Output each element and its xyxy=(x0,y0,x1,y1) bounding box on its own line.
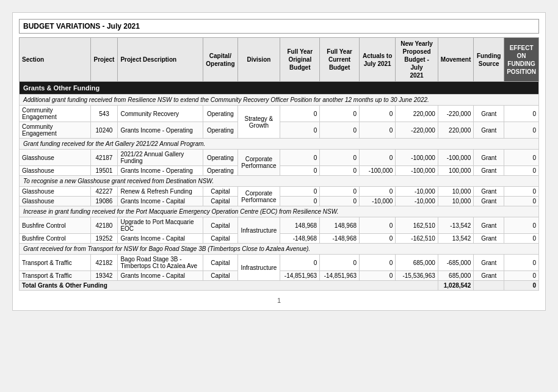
table-cell: 0 xyxy=(280,122,320,139)
table-cell: -162,510 xyxy=(396,234,438,244)
table-cell: Capital xyxy=(203,271,237,281)
group-description: To recognise a new Glasshouse grant rece… xyxy=(20,176,539,187)
table-cell: Upgrade to Port Macquarie EOC xyxy=(118,217,203,234)
table-cell: Grant xyxy=(474,166,504,176)
total-effect: 0 xyxy=(504,281,539,291)
table-cell: 0 xyxy=(504,122,539,139)
table-cell: 0 xyxy=(280,166,320,176)
table-cell: Transport & Traffic xyxy=(20,255,91,271)
table-cell: Operating xyxy=(203,150,237,166)
total-funding xyxy=(474,281,504,291)
table-cell: 0 xyxy=(320,122,360,139)
table-cell: Grant xyxy=(474,234,504,244)
table-cell: Glasshouse xyxy=(20,197,91,206)
table-cell: Grants Income - Capital xyxy=(118,271,203,281)
table-cell: Capital xyxy=(203,255,237,271)
table-cell: 2021/22 Annual Gallery Funding xyxy=(118,150,203,166)
table-cell: 42187 xyxy=(90,150,118,166)
table-cell: Grants Income - Operating xyxy=(118,166,203,176)
table-cell: 0 xyxy=(504,234,539,244)
table-cell: 0 xyxy=(504,106,539,122)
table-cell: 10240 xyxy=(90,122,118,139)
table-cell: 148,968 xyxy=(280,217,320,234)
table-cell: 0 xyxy=(280,197,320,206)
table-cell: 0 xyxy=(280,187,320,197)
table-cell: Grant xyxy=(474,187,504,197)
table-cell: 0 xyxy=(360,122,396,139)
table-cell: Bushfire Control xyxy=(20,234,91,244)
total-row: Total Grants & Other Funding1,028,5420 xyxy=(20,281,539,291)
table-cell: -14,851,963 xyxy=(320,271,360,281)
table-cell: -100,000 xyxy=(396,150,438,166)
table-cell: 42227 xyxy=(90,187,118,197)
table-cell: 42182 xyxy=(90,255,118,271)
table-cell: Transport & Traffic xyxy=(20,271,91,281)
col-effect: EFFECTONFUNDINGPOSITION xyxy=(504,38,539,82)
table-cell: -148,968 xyxy=(280,234,320,244)
table-cell: -685,000 xyxy=(438,255,473,271)
table-cell: 685,000 xyxy=(396,255,438,271)
table-cell: 0 xyxy=(360,271,396,281)
table-cell: 100,000 xyxy=(438,166,473,176)
table-cell: 0 xyxy=(360,106,396,122)
table-cell: 10,000 xyxy=(438,197,473,206)
table-row: Glasshouse42227Renew & Refresh FundingCa… xyxy=(20,187,539,197)
table-cell: 19252 xyxy=(90,234,118,244)
col-description: Project Description xyxy=(118,38,203,82)
col-actuals: Actuals toJuly 2021 xyxy=(360,38,396,82)
total-movement: 1,028,542 xyxy=(438,281,473,291)
table-cell: -10,000 xyxy=(396,187,438,197)
table-cell: 685,000 xyxy=(438,271,473,281)
table-cell: 0 xyxy=(504,197,539,206)
table-cell: -10,000 xyxy=(396,197,438,206)
table-cell: Grant xyxy=(474,106,504,122)
table-cell: -14,851,963 xyxy=(280,271,320,281)
col-section: Section xyxy=(20,38,91,82)
table-cell: 0 xyxy=(504,166,539,176)
col-funding-source: FundingSource xyxy=(474,38,504,82)
table-cell: Bushfire Control xyxy=(20,217,91,234)
table-cell: Community Engagement xyxy=(20,122,91,139)
table-cell: 0 xyxy=(280,106,320,122)
table-cell: Capital xyxy=(203,187,237,197)
table-cell: 0 xyxy=(320,150,360,166)
col-fy-original: Full YearOriginalBudget xyxy=(280,38,320,82)
table-cell: -100,000 xyxy=(360,166,396,176)
table-cell: Operating xyxy=(203,166,237,176)
table-row: Transport & Traffic42182Bago Road Stage … xyxy=(20,255,539,271)
table-cell: 0 xyxy=(360,234,396,244)
table-cell: 10,000 xyxy=(438,187,473,197)
col-division: Division xyxy=(237,38,280,82)
table-cell: 148,968 xyxy=(320,217,360,234)
table-cell: 0 xyxy=(504,255,539,271)
total-label: Total Grants & Other Funding xyxy=(20,281,438,291)
table-cell: 0 xyxy=(504,150,539,166)
col-new-yearly: New YearlyProposedBudget - July2021 xyxy=(396,38,438,82)
table-cell: Glasshouse xyxy=(20,166,91,176)
table-cell: 0 xyxy=(280,255,320,271)
col-fy-current: Full YearCurrentBudget xyxy=(320,38,360,82)
table-cell: Grant xyxy=(474,122,504,139)
table-cell: Operating xyxy=(203,106,237,122)
table-cell: Community Recovery xyxy=(118,106,203,122)
table-cell: Corporate Performance xyxy=(237,150,280,176)
budget-variations-page: BUDGET VARIATIONS - July 2021 Section Pr… xyxy=(12,12,546,311)
table-cell: 0 xyxy=(504,187,539,197)
table-cell: Glasshouse xyxy=(20,150,91,166)
group-description: Additional grant funding received from R… xyxy=(20,95,539,106)
table-cell: 0 xyxy=(360,150,396,166)
table-cell: 19342 xyxy=(90,271,118,281)
table-cell: 0 xyxy=(360,255,396,271)
table-cell: Grants Income - Capital xyxy=(118,234,203,244)
table-cell: 543 xyxy=(90,106,118,122)
table-cell: Capital xyxy=(203,197,237,206)
group-description: Increase in grant funding received for t… xyxy=(20,206,539,217)
table-cell: -220,000 xyxy=(396,122,438,139)
table-cell: Grant xyxy=(474,255,504,271)
table-cell: Grants Income - Operating xyxy=(118,122,203,139)
group-description: Grant funding received for the Art Galle… xyxy=(20,139,539,150)
table-cell: Community Engagement xyxy=(20,106,91,122)
table-cell: 19086 xyxy=(90,197,118,206)
table-cell: 13,542 xyxy=(438,234,473,244)
table-cell: Grants Income - Capital xyxy=(118,197,203,206)
